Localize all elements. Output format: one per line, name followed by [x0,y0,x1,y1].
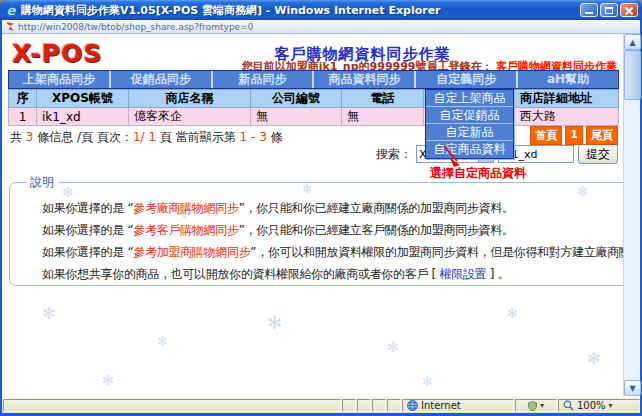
dropdown-item-custom-new[interactable]: 自定新品 [426,124,513,141]
customer-sync-term: 參考客戶購物網同步 [133,223,238,237]
col-header-company-id: 公司編號 [251,90,342,108]
zone-label: Internet [421,400,461,411]
background-sparkle-icon: ✻ [387,339,399,355]
submit-button[interactable]: 提交 [578,144,618,164]
last-page-button[interactable]: 尾頁 [586,126,618,145]
cell-shop-name: 億客來企 [129,108,251,126]
background-sparkle-icon: ✻ [507,306,518,321]
ie-logo-icon: e [4,3,18,18]
vertical-scrollbar[interactable]: ▲ ▼ [623,34,640,396]
browser-window: e 購物網資料同步作業V1.05[X-POS 雲端商務網] - Windows … [0,0,642,416]
shield-icon [528,401,537,411]
status-pane [387,399,401,412]
menu-item-product-data-sync[interactable]: 商品資料同步 [314,71,416,88]
cell-phone: 無 [342,108,424,126]
cell-xpos-account: ik1_xd [37,108,129,126]
permission-settings-link[interactable]: 權限設置 [440,267,487,281]
cell-company-id: 無 [251,108,342,126]
explanation-bullet: 如果你選擇的是 “參考客戶購物網同步”，你只能和你已經建立客戶關係的加盟商同步資… [42,223,623,238]
magnifier-icon [563,400,574,411]
menu-item-help[interactable]: aH幫助 [518,71,618,88]
zoom-level: 100% [577,400,606,411]
explanation-legend: 說明 [26,174,58,191]
chevron-down-icon: ▾ [609,401,613,410]
address-bar-icon [7,22,14,31]
background-sparkle-icon: ✻ [102,372,114,388]
minimize-button[interactable] [580,3,598,17]
menu-item-new-products-sync[interactable]: 新品同步 [213,71,315,88]
close-button[interactable] [620,3,638,17]
menu-item-promo-sync[interactable]: 促銷品同步 [111,71,213,88]
col-header-phone: 電話 [342,90,424,108]
shops-table: 序 XPOS帳號 商店名稱 公司編號 電話 商店詳細地址 1 ik1_xd 億客… [8,89,619,126]
globe-icon [407,400,418,411]
xpos-logo: X-POS [12,39,102,68]
menu-item-listed-products-sync[interactable]: 上架商品同步 [9,71,111,88]
table-header-row: 序 XPOS帳號 商店名稱 公司編號 電話 商店詳細地址 [9,90,619,108]
background-sparkle-icon: ✻ [587,349,600,368]
background-sparkle-icon: ✻ [157,334,168,349]
menu-item-custom-sync[interactable]: 自定義同步 [416,71,518,88]
first-page-button[interactable]: 首頁 [530,126,562,145]
status-pane [372,399,386,412]
explanation-panel: 說明 如果你選擇的是 “參考廠商購物網同步”，你只能和你已經建立廠商關係的加盟商… [9,174,623,286]
dropdown-item-custom-promo[interactable]: 自定促銷品 [426,107,513,124]
scroll-down-icon[interactable]: ▼ [624,380,641,396]
annotation-text: 選擇自定商品資料 [430,165,526,182]
status-bar: Internet ▾ 100% ▾ [2,396,640,413]
window-title: 購物網資料同步作業V1.05[X-POS 雲端商務網] - Windows In… [21,3,580,18]
pagination: 首頁 1 尾頁 [530,126,618,145]
page-content: ✻ ✻ ✻ ✻ ✻ ✻ ✻ ✻ ✻ ✻ ✻ ✻ ✻ ✻ ✻ ✻ ✻ ✻ ✻ X-… [2,34,623,396]
vendor-sync-term: 參考廠商購物網同步 [133,201,238,215]
explanation-bullet: 如果你選擇的是 “參考加盟商購物網同步”，你可以和開放資料權限的加盟商同步資料，… [42,245,623,260]
background-sparkle-icon: ✻ [267,312,282,333]
search-label: 搜索： [376,146,412,163]
col-header-index: 序 [9,90,37,108]
record-count-info: 共 3 條信息 /頁 頁次：1/ 1 頁 當前顯示第 1 - 3 條 [10,129,283,146]
chevron-down-icon: ▾ [540,401,544,410]
scrollbar-thumb[interactable] [624,50,641,100]
scroll-up-icon[interactable]: ▲ [624,34,641,50]
page-1-button[interactable]: 1 [565,126,583,145]
status-pane [342,399,356,412]
protected-mode-pane[interactable]: ▾ [515,399,557,412]
zoom-control[interactable]: 100% ▾ [558,399,640,412]
background-sparkle-icon: ✻ [422,374,433,389]
security-zone-pane: Internet [402,399,514,412]
sync-menu-bar: 上架商品同步 促銷品同步 新品同步 商品資料同步 自定義同步 aH幫助 [8,70,619,89]
col-header-shop-name: 商店名稱 [129,90,251,108]
explanation-bullet: 如果你想共享你的商品，也可以開放你的資料權限給你的廠商或者你的客戶 [ 權限設置… [42,267,623,282]
cell-index: 1 [9,108,37,126]
franchisee-sync-term: 參考加盟商購物網同步 [133,245,250,259]
table-row[interactable]: 1 ik1_xd 億客來企 無 無 西大路 [9,108,619,126]
dropdown-item-custom-listed[interactable]: 自定上架商品 [426,90,513,107]
maximize-button[interactable] [600,3,618,17]
status-pane [357,399,371,412]
col-header-xpos-account: XPOS帳號 [37,90,129,108]
page-number: 1/ 1 [133,130,156,144]
explanation-bullet: 如果你選擇的是 “參考廠商購物網同步”，你只能和你已經建立廠商關係的加盟商同步資… [42,201,623,216]
address-url: http://win2008/tw/btob/shop_share.asp?fr… [18,22,253,32]
record-range: 1 - 3 [240,130,267,144]
status-message-pane [3,399,341,412]
title-bar: e 購物網資料同步作業V1.05[X-POS 雲端商務網] - Windows … [0,0,642,20]
address-bar[interactable]: http://win2008/tw/btob/shop_share.asp?fr… [2,20,640,34]
background-sparkle-icon: ✻ [42,304,55,323]
